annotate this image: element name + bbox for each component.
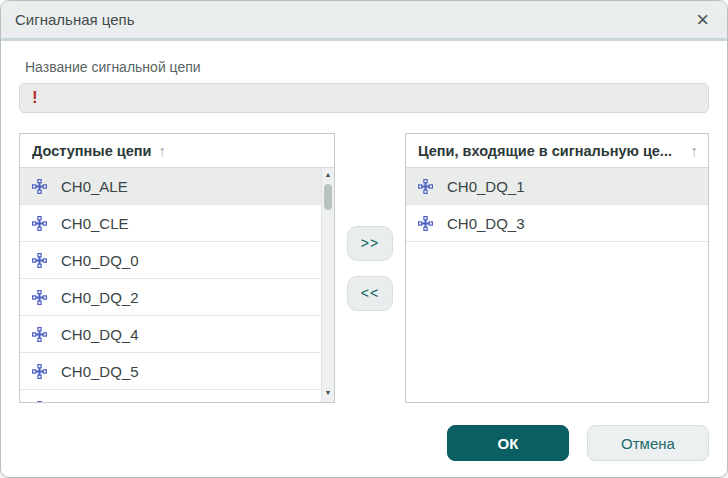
list-item-label: CH0_DQ_1 [447,178,525,195]
net-icon [32,216,47,231]
list-item-label: CH0_DQ_0 [61,252,139,269]
cancel-button[interactable]: Отмена [587,425,709,461]
available-header-label: Доступные цепи [32,143,151,159]
list-item-label: CH0_DQ_5 [61,363,139,380]
dialog-body: Название сигнальной цепи ! Доступные цеп… [1,41,727,477]
available-list: ▲ ▼ [20,168,334,402]
list-item[interactable]: CH0_CLE [20,205,321,242]
ok-button[interactable]: ОК [447,425,569,461]
list-item[interactable]: CH0_DQ_1 [406,168,708,205]
included-list-panel: Цепи, входящие в сигнальную це... ↑ [405,133,709,403]
name-label: Название сигнальной цепи [25,59,709,76]
dialog-title: Сигнальная цепь [15,11,135,28]
close-icon[interactable]: × [694,10,711,30]
included-list: CH0_DQ_1 [406,168,708,402]
list-item[interactable]: CH0_DQ_3 [406,205,708,242]
net-icon [32,253,47,268]
available-list-panel: Доступные цепи ↑ ▲ ▼ [19,133,335,403]
list-item[interactable]: CH0_DQ_4 [20,316,321,353]
list-item[interactable] [20,390,321,402]
net-icon [32,401,47,403]
list-item[interactable]: CH0_DQ_5 [20,353,321,390]
footer: ОК Отмена [19,425,709,461]
list-item[interactable]: CH0_ALE [20,168,321,205]
move-right-button[interactable]: >> [347,226,393,261]
list-item[interactable]: CH0_DQ_0 [20,242,321,279]
included-header-label: Цепи, входящие в сигнальную це... [418,143,672,159]
list-item[interactable]: CH0_DQ_2 [20,279,321,316]
net-icon [32,179,47,194]
net-icon [32,290,47,305]
net-icon [418,179,433,194]
sort-asc-icon: ↑ [158,142,166,159]
list-item-label: CH0_DQ_3 [447,215,525,232]
scroll-up-icon[interactable]: ▲ [325,170,332,182]
list-item-label: CH0_DQ_2 [61,289,139,306]
name-input[interactable]: ! [19,83,709,113]
titlebar: Сигнальная цепь × [1,1,727,41]
list-item-label: CH0_DQ_4 [61,326,139,343]
sort-asc-icon: ↑ [691,142,699,159]
transfer-buttons: >> << [335,133,405,403]
scroll-down-icon[interactable]: ▼ [325,388,332,400]
scrollbar[interactable]: ▲ ▼ [321,168,334,402]
list-item-label: CH0_ALE [61,178,128,195]
available-list-header[interactable]: Доступные цепи ↑ [20,134,334,168]
scrollbar-thumb[interactable] [324,184,332,210]
dual-list-area: Доступные цепи ↑ ▲ ▼ [19,133,709,403]
included-list-header[interactable]: Цепи, входящие в сигнальную це... ↑ [406,134,708,168]
move-left-button[interactable]: << [347,276,393,311]
net-icon [418,216,433,231]
net-icon [32,327,47,342]
error-icon: ! [32,88,38,108]
signal-circuit-dialog: Сигнальная цепь × Название сигнальной це… [0,0,728,478]
list-item-label: CH0_CLE [61,215,129,232]
net-icon [32,364,47,379]
